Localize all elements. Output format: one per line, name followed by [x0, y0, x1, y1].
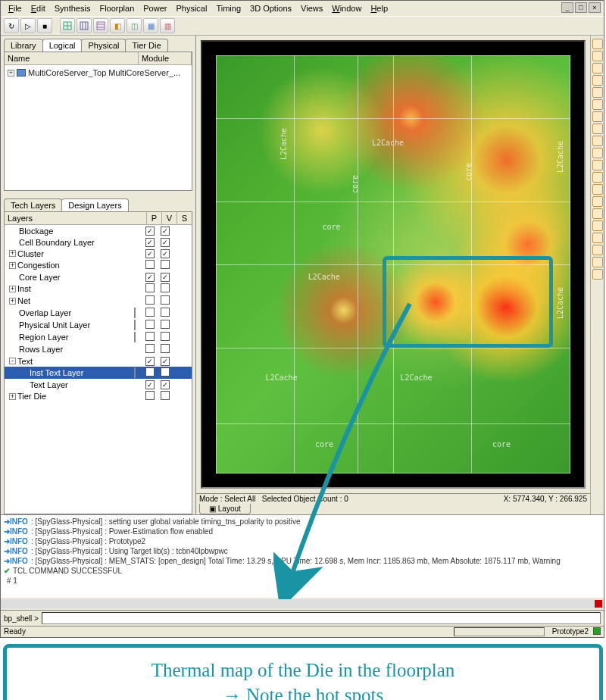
window-close-button[interactable]: × [589, 2, 601, 13]
layer-row[interactable]: Physical Unit Layer [5, 319, 192, 331]
side-tool-button[interactable] [592, 196, 603, 207]
menu-help[interactable]: Help [366, 2, 392, 14]
tab-tech-layers[interactable]: Tech Layers [4, 198, 62, 211]
toolbar-tool-a-icon[interactable]: ◧ [110, 18, 125, 33]
menu-window[interactable]: Window [327, 2, 366, 14]
expander-icon[interactable]: - [9, 358, 16, 364]
toolbar-tool-c-icon[interactable]: ▦ [143, 18, 158, 33]
layer-checkbox-v[interactable]: ✓ [145, 249, 155, 258]
menu-edit[interactable]: Edit [27, 2, 50, 14]
layers-header-p[interactable]: P [146, 212, 161, 224]
layer-checkbox-s[interactable] [161, 308, 170, 317]
layers-header-name[interactable]: Layers [5, 212, 146, 224]
layer-row[interactable]: Inst Text Layer [5, 367, 192, 379]
layer-row[interactable]: +Congestion [5, 259, 192, 271]
layer-checkbox-v[interactable] [145, 332, 155, 341]
layer-checkbox-v[interactable] [145, 283, 155, 292]
layer-swatch-icon[interactable] [134, 367, 136, 378]
layer-checkbox-v[interactable] [145, 295, 155, 305]
tab-logical[interactable]: Logical [42, 39, 83, 52]
layer-checkbox-v[interactable] [145, 320, 155, 329]
tab-physical[interactable]: Physical [81, 39, 126, 52]
layer-checkbox-v[interactable]: ✓ [145, 380, 155, 389]
command-input[interactable] [42, 612, 601, 624]
layer-checkbox-s[interactable] [161, 295, 170, 305]
layer-row[interactable]: Blockage✓✓ [5, 225, 192, 236]
floorplan-canvas[interactable]: L2Cache L2Cache core core L2Cache core L… [201, 40, 586, 489]
layer-checkbox-v[interactable]: ✓ [145, 357, 155, 366]
expander-icon[interactable]: + [9, 393, 16, 400]
layer-row[interactable]: Rows Layer [5, 343, 192, 355]
side-tool-button[interactable] [592, 269, 603, 280]
side-tool-button[interactable] [592, 51, 603, 61]
layers-list[interactable]: Blockage✓✓Cell Boundary Layer✓✓+Cluster✓… [5, 225, 192, 514]
layer-checkbox-s[interactable] [161, 391, 170, 400]
layer-checkbox-v[interactable] [145, 260, 155, 269]
layer-checkbox-s[interactable]: ✓ [161, 380, 170, 389]
layer-row[interactable]: Cell Boundary Layer✓✓ [5, 236, 192, 248]
log-panel[interactable]: ➜INFO: [SpyGlass-Physical] : setting use… [1, 514, 604, 598]
side-tool-button[interactable] [592, 184, 603, 195]
layer-checkbox-s[interactable] [161, 320, 170, 329]
tree-header-module[interactable]: Module [139, 52, 192, 64]
tree-row-root[interactable]: + MultiCoreServer_Top MultiCoreServer_..… [8, 68, 189, 77]
toolbar-play-icon[interactable]: ▷ [20, 18, 36, 33]
menu-3d-options[interactable]: 3D Options [245, 2, 296, 14]
tab-layout[interactable]: ▣ Layout [199, 504, 251, 514]
layer-checkbox-s[interactable] [161, 332, 170, 341]
tab-tier-die[interactable]: Tier Die [125, 39, 167, 52]
side-tool-button[interactable] [592, 245, 603, 255]
layers-header-s[interactable]: S [176, 212, 192, 224]
toolbar-grid3-icon[interactable] [93, 18, 108, 33]
menu-views[interactable]: Views [296, 2, 327, 14]
toolbar-grid2-icon[interactable] [77, 18, 92, 33]
window-minimize-button[interactable]: _ [561, 2, 573, 13]
side-tool-button[interactable] [592, 99, 603, 110]
layer-checkbox-v[interactable]: ✓ [145, 238, 155, 247]
side-tool-button[interactable] [592, 148, 603, 158]
tree-header-name[interactable]: Name [5, 52, 139, 64]
side-tool-button[interactable] [592, 123, 603, 134]
layer-row[interactable]: +Cluster✓✓ [5, 248, 192, 259]
layer-swatch-icon[interactable] [134, 320, 136, 330]
side-tool-button[interactable] [592, 75, 603, 86]
side-tool-button[interactable] [592, 160, 603, 170]
layer-row[interactable]: +Inst [5, 283, 192, 295]
toolbar-grid1-icon[interactable] [60, 18, 75, 33]
layer-checkbox-s[interactable]: ✓ [161, 238, 170, 247]
side-tool-button[interactable] [592, 220, 603, 231]
layers-header-v[interactable]: V [161, 212, 176, 224]
expander-icon[interactable]: + [9, 298, 16, 305]
layer-checkbox-s[interactable]: ✓ [161, 273, 170, 282]
layer-row[interactable]: +Tier Die [5, 390, 192, 402]
layer-swatch-icon[interactable] [134, 332, 136, 342]
expander-icon[interactable]: + [9, 250, 16, 257]
window-maximize-button[interactable]: □ [575, 2, 587, 13]
menu-physical[interactable]: Physical [171, 2, 211, 14]
menu-synthesis[interactable]: Synthesis [50, 2, 95, 14]
side-tool-button[interactable] [592, 63, 603, 73]
layer-checkbox-v[interactable] [145, 308, 155, 317]
side-tool-button[interactable] [592, 111, 603, 122]
log-hscrollbar[interactable] [1, 599, 604, 608]
toolbar-tool-d-icon[interactable]: ▥ [160, 18, 175, 33]
side-tool-button[interactable] [592, 257, 603, 267]
layer-checkbox-v[interactable]: ✓ [145, 273, 155, 282]
layer-checkbox-s[interactable] [161, 260, 170, 269]
menu-file[interactable]: FFileile [4, 2, 27, 14]
layer-checkbox-s[interactable]: ✓ [161, 357, 170, 366]
layer-checkbox-v[interactable]: ✓ [145, 227, 155, 236]
layer-row[interactable]: +Net [5, 295, 192, 307]
tab-library[interactable]: Library [4, 39, 43, 52]
toolbar-stop-icon[interactable]: ■ [37, 18, 52, 33]
menu-power[interactable]: Power [139, 2, 171, 14]
layer-row[interactable]: Overlap Layer [5, 307, 192, 319]
side-tool-button[interactable] [592, 87, 603, 98]
layer-checkbox-s[interactable]: ✓ [161, 249, 170, 258]
side-tool-button[interactable] [592, 208, 603, 219]
side-tool-button[interactable] [592, 39, 603, 49]
layer-checkbox-s[interactable]: ✓ [161, 227, 170, 236]
toolbar-refresh-icon[interactable]: ↻ [4, 18, 19, 33]
expander-icon[interactable]: + [9, 262, 16, 269]
menu-floorplan[interactable]: Floorplan [95, 2, 139, 14]
